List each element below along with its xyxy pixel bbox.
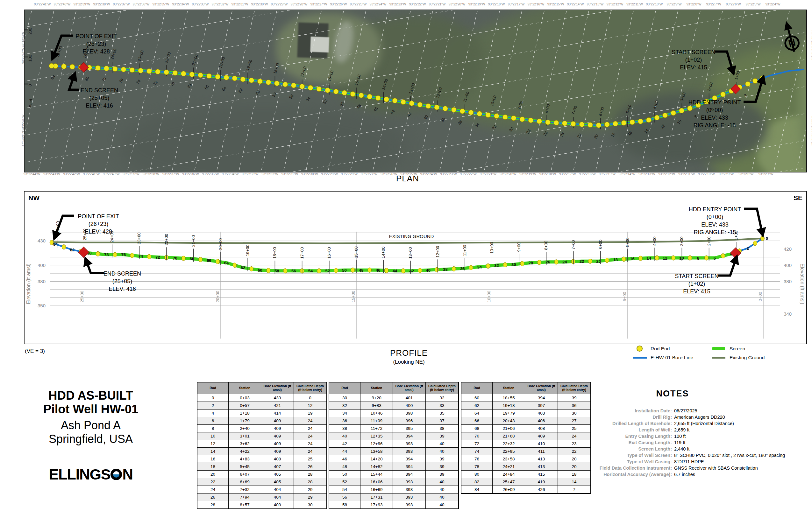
longitude-label: 93°22'15"W: [547, 2, 564, 6]
rod-number: 52: [322, 98, 329, 105]
rod-end-dot: [334, 268, 338, 273]
table-cell: 2+40: [229, 425, 261, 432]
station-label: 8+00: [544, 104, 551, 114]
table-cell: 404: [261, 494, 294, 501]
longitude-label: 93°22'12"W: [658, 172, 675, 176]
rod-end-dot: [451, 107, 456, 112]
longitude-label: 93°22'20"W: [449, 2, 465, 6]
longitude-label: 93°22'28"W: [341, 172, 358, 176]
plan-end-screen-text: (25+05): [89, 95, 110, 101]
rod-end-dot: [61, 64, 67, 69]
rod-end-dot: [284, 269, 287, 273]
table-cell: 39: [426, 470, 459, 478]
profile-point-of-exit-text: (26+23): [88, 221, 108, 227]
table-row: 8225+4741914: [461, 478, 591, 486]
rod-number: 20: [596, 259, 601, 264]
station-label: 4+00: [652, 100, 659, 110]
feet-tick-label: 100: [28, 55, 32, 62]
table-cell: 74: [461, 448, 493, 455]
table-row: 00+034330: [197, 394, 327, 402]
legend: Rod EndScreenE-HW-01 Bore LineExisting G…: [632, 346, 796, 360]
rod-number: 46: [376, 268, 380, 273]
rod-end-dot: [121, 67, 126, 72]
note-label: Drill Rig:: [561, 415, 674, 420]
rod-number: 70: [173, 256, 177, 260]
existing-ground-label: EXISTING GROUND: [389, 234, 434, 239]
table-cell: 409: [525, 432, 558, 440]
station-label: 17+00: [300, 66, 307, 78]
table-cell: 66: [461, 417, 493, 425]
right-axis-tick: 380: [784, 279, 792, 284]
table-cell: 24: [197, 486, 229, 494]
notes-heading: NOTES: [561, 389, 785, 399]
plan-start-screen-text: (1+02): [685, 57, 702, 63]
rod-end-dot: [426, 103, 431, 108]
table-cell: 12+96: [361, 440, 393, 448]
table-cell: 393: [393, 501, 426, 509]
station-label: 8+00: [543, 241, 548, 250]
left-axis-tick: 380: [38, 279, 45, 284]
station-label: 16+00: [327, 247, 332, 259]
table-cell: 14+82: [361, 463, 393, 470]
table-cell: 58: [329, 501, 361, 509]
table-row: 20+5742112: [197, 402, 327, 409]
table-cell: 394: [525, 394, 558, 402]
longitude-label: 93°22'39"W: [74, 2, 90, 6]
table-cell: 21+06: [493, 425, 525, 432]
table-cell: 46: [329, 455, 361, 463]
bore-line-legend-icon: [633, 357, 647, 359]
rod-end-dot: [342, 90, 347, 95]
table-cell: 409: [261, 448, 294, 455]
rod-number: 38: [440, 117, 447, 123]
rod-end-dot: [155, 69, 160, 74]
longitude-label: 93°22'32"W: [261, 172, 278, 176]
graticule-line: [25, 59, 806, 172]
longitude-label: 93°22'34"W: [172, 2, 189, 6]
note-row: Drill Rig:American Augers DD220: [561, 415, 790, 421]
table-cell: 414: [261, 409, 294, 417]
profile-hdd-entry-text: RIG ANGLE: -15: [694, 229, 736, 236]
rod-end-dot: [435, 267, 439, 272]
rod-end-dot: [477, 111, 482, 116]
rod-end-dot: [511, 116, 516, 121]
plan-start-screen-text: ELEV: 415: [680, 64, 707, 71]
note-row: Exit Casing Length:119 ft: [561, 440, 790, 446]
station-label: 20+00: [218, 56, 226, 69]
rod-number: 80: [84, 76, 90, 82]
rod-number: 34: [474, 122, 480, 128]
left-axis-tick: 400: [38, 262, 45, 268]
longitude-label: 93°22'13"W: [587, 2, 604, 6]
graticule-line: [394, 10, 434, 172]
rod-end-dot: [266, 268, 270, 273]
left-axis-title: Elevation (ft amsl): [26, 264, 31, 304]
station-label: 6+00: [598, 107, 605, 117]
station-label: 21+00: [191, 235, 196, 247]
note-row: Horizontal Accuracy (Average):6.7 inches: [561, 472, 790, 478]
note-label: Field Data Collection Instrument:: [561, 465, 674, 470]
rod-number: 64: [221, 86, 227, 92]
longitude-label: 93°22'7"W: [758, 172, 773, 176]
rod-end-dot: [503, 115, 508, 120]
graticule-line: [572, 10, 612, 172]
rod-end-dot: [49, 63, 54, 69]
table-cell: 18: [197, 463, 229, 470]
table-cell: 393: [393, 440, 426, 448]
vertical-exaggeration-note: (VE = 3): [25, 348, 45, 355]
table-cell: 6: [197, 417, 229, 425]
rod-end-dot: [705, 255, 709, 260]
table-row: 4012+3539439: [329, 432, 459, 440]
longitude-label: 93°22'40"W: [54, 2, 70, 6]
existing-ground-legend-icon: [712, 357, 725, 359]
table-cell: 400: [393, 402, 426, 409]
graticule-line: [25, 167, 806, 172]
table-row: 247+3240429: [197, 486, 327, 494]
note-value: 2,440 ft: [674, 446, 690, 451]
rod-end-dot: [621, 120, 626, 125]
longitude-label: 93°22'14"W: [619, 172, 635, 176]
longitude-label: 93°22'7"W: [706, 2, 721, 6]
longitude-label: 93°22'10"W: [646, 2, 663, 6]
rod-end-dot: [638, 119, 643, 124]
station-label: 15+00: [354, 74, 362, 86]
rod-end-dot: [596, 123, 601, 128]
table-cell: 404: [261, 486, 294, 494]
